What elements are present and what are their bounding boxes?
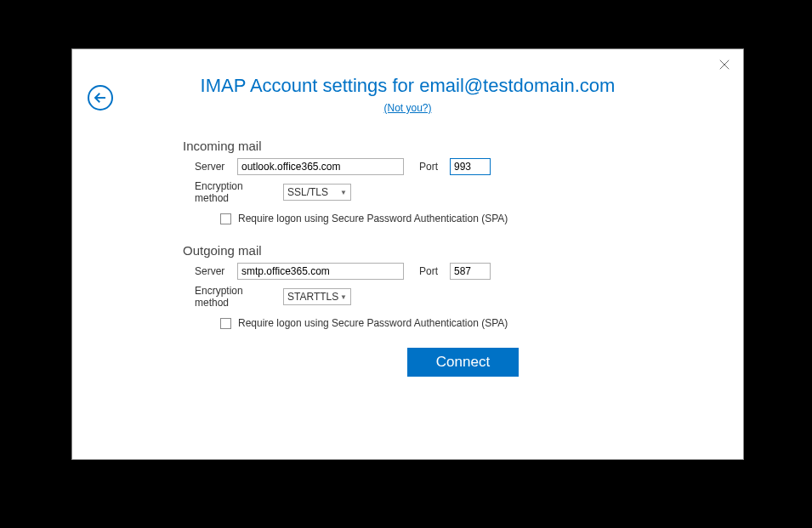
back-button[interactable] <box>88 85 113 111</box>
outgoing-section-title: Outgoing mail <box>183 243 743 258</box>
incoming-encryption-select[interactable]: SSL/TLS ▼ <box>283 184 351 201</box>
outgoing-port-label: Port <box>419 265 438 277</box>
outgoing-encryption-select[interactable]: STARTTLS ▼ <box>283 288 351 305</box>
outgoing-server-row: Server Port <box>183 263 743 280</box>
outgoing-spa-checkbox[interactable] <box>220 318 231 329</box>
incoming-encryption-value: SSL/TLS <box>287 186 340 198</box>
close-icon[interactable] <box>716 58 733 75</box>
outgoing-encryption-value: STARTTLS <box>287 291 340 303</box>
incoming-encryption-label: Encryption method <box>183 180 280 204</box>
outgoing-server-input[interactable] <box>237 263 404 280</box>
outgoing-server-label: Server <box>183 265 225 277</box>
incoming-spa-row: Require logon using Secure Password Auth… <box>183 213 743 224</box>
chevron-down-icon: ▼ <box>340 293 347 301</box>
outgoing-encryption-label: Encryption method <box>183 285 280 309</box>
outgoing-encryption-row: Encryption method STARTTLS ▼ <box>183 285 743 309</box>
incoming-port-label: Port <box>419 161 438 173</box>
incoming-spa-label: Require logon using Secure Password Auth… <box>238 213 508 224</box>
imap-settings-dialog: IMAP Account settings for email@testdoma… <box>71 48 744 460</box>
incoming-server-input[interactable] <box>237 158 404 175</box>
incoming-spa-checkbox[interactable] <box>220 213 231 224</box>
outgoing-port-input[interactable] <box>450 263 491 280</box>
incoming-server-row: Server Port <box>183 158 743 175</box>
incoming-encryption-row: Encryption method SSL/TLS ▼ <box>183 180 743 204</box>
chevron-down-icon: ▼ <box>340 189 347 196</box>
incoming-port-input[interactable] <box>450 158 491 175</box>
not-you-link[interactable]: (Not you?) <box>383 102 431 114</box>
dialog-header: IMAP Account settings for email@testdoma… <box>72 49 743 115</box>
incoming-section-title: Incoming mail <box>183 139 743 153</box>
connect-button[interactable]: Connect <box>407 348 519 377</box>
outgoing-spa-label: Require logon using Secure Password Auth… <box>238 317 508 329</box>
page-title: IMAP Account settings for email@testdoma… <box>72 75 743 97</box>
outgoing-spa-row: Require logon using Secure Password Auth… <box>183 317 743 329</box>
form-area: Incoming mail Server Port Encryption met… <box>183 139 743 377</box>
incoming-server-label: Server <box>183 161 225 173</box>
